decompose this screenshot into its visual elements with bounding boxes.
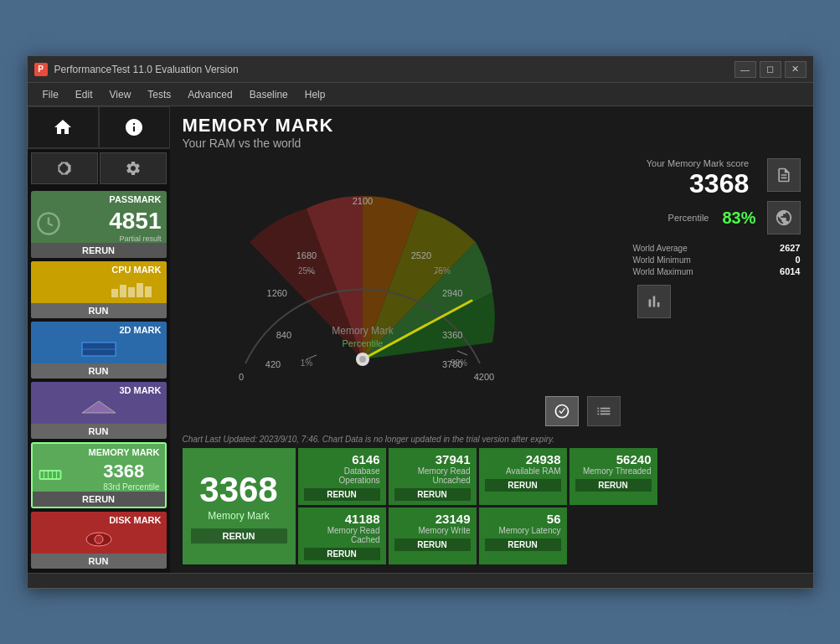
globe-icon — [775, 209, 793, 227]
svg-text:840: 840 — [276, 330, 291, 340]
passmark-card[interactable]: PASSMARK 4851 Partial result RERUN — [31, 191, 167, 258]
svg-rect-2 — [120, 285, 126, 297]
svg-text:2520: 2520 — [410, 250, 430, 260]
threed-card[interactable]: 3D MARK RUN — [31, 382, 167, 439]
disk-card[interactable]: DISK MARK RUN — [31, 512, 167, 569]
export-button[interactable] — [767, 158, 801, 192]
minimize-button[interactable]: — — [734, 61, 756, 78]
svg-marker-8 — [82, 401, 116, 413]
metric-card-4[interactable]: 41188 Memory Read Cached RERUN — [298, 507, 386, 564]
menu-tests[interactable]: Tests — [139, 85, 179, 104]
memory-main-rerun-button[interactable]: RERUN — [191, 528, 287, 544]
close-button[interactable]: ✕ — [785, 61, 807, 78]
memory-card[interactable]: MEMORY MARK 3368 83rd Percentile — [31, 442, 167, 508]
svg-text:3360: 3360 — [442, 330, 462, 340]
svg-text:2100: 2100 — [352, 196, 372, 206]
twod-card[interactable]: 2D MARK RUN — [31, 322, 167, 379]
sidebar-icon-btn-1[interactable] — [31, 152, 98, 184]
sidebar-icon-btn-2[interactable] — [100, 152, 167, 184]
svg-text:Memory Mark: Memory Mark — [332, 325, 394, 337]
score-label: Your Memory Mark score — [647, 158, 749, 168]
memory-main-label: Memory Mark — [208, 510, 269, 522]
home-icon — [53, 117, 73, 137]
passmark-label: PASSMARK — [31, 191, 167, 208]
world-avg-value: 2627 — [780, 243, 800, 253]
memory-main-value: 3368 — [199, 470, 277, 510]
world-avg-row: World Average 2627 — [633, 243, 801, 253]
svg-text:0: 0 — [238, 372, 243, 382]
histogram-icon — [645, 292, 663, 311]
gauge-view-button[interactable] — [545, 396, 579, 426]
metric-rerun-4[interactable]: RERUN — [304, 548, 380, 560]
twod-run-button[interactable]: RUN — [31, 363, 167, 379]
memory-value: 3368 — [103, 461, 159, 482]
metric-rerun-6[interactable]: RERUN — [485, 538, 561, 551]
metric-card-0[interactable]: 6146 Database Operations RERUN — [298, 448, 386, 505]
menu-baseline[interactable]: Baseline — [241, 85, 296, 104]
menu-file[interactable]: File — [34, 85, 67, 104]
chart-type-button[interactable] — [637, 285, 671, 318]
metric-name-4: Memory Read Cached — [304, 526, 380, 544]
world-button[interactable] — [767, 201, 801, 234]
memory-rerun-button[interactable]: RERUN — [33, 492, 165, 507]
metric-value-4: 41188 — [304, 512, 380, 526]
metric-rerun-2[interactable]: RERUN — [485, 479, 561, 492]
menu-edit[interactable]: Edit — [67, 85, 101, 104]
threed-label: 3D MARK — [31, 382, 167, 399]
metric-name-5: Memory Write — [394, 526, 471, 535]
memory-percentile: 83rd Percentile — [103, 482, 159, 492]
home-nav-button[interactable] — [28, 106, 99, 148]
menu-view[interactable]: View — [101, 85, 140, 104]
metrics-grid: 3368 Memory Mark RERUN 6146 Database Ope… — [183, 448, 801, 564]
export-icon — [776, 167, 792, 183]
disk-run-button[interactable]: RUN — [31, 554, 167, 569]
world-max-label: World Maximum — [633, 267, 693, 276]
svg-text:99%: 99% — [450, 358, 466, 368]
sidebar-nav — [28, 106, 170, 149]
twod-label: 2D MARK — [31, 322, 167, 338]
score-value: 3368 — [647, 170, 749, 197]
svg-rect-9 — [39, 471, 60, 479]
cpu-run-button[interactable]: RUN — [31, 303, 167, 318]
status-bar — [28, 573, 813, 588]
svg-text:Percentile: Percentile — [342, 338, 383, 348]
gauge-icon-row — [183, 396, 621, 426]
disk-icon — [82, 531, 116, 551]
twod-icon — [78, 341, 120, 361]
menu-advanced[interactable]: Advanced — [179, 85, 240, 104]
metric-card-2[interactable]: 24938 Available RAM RERUN — [479, 448, 567, 505]
metric-rerun-3[interactable]: RERUN — [575, 479, 652, 492]
metric-value-5: 23149 — [394, 512, 471, 526]
threed-run-button[interactable]: RUN — [31, 424, 167, 439]
passmark-rerun-button[interactable]: RERUN — [31, 243, 167, 258]
metric-value-0: 6146 — [304, 452, 380, 466]
svg-rect-4 — [137, 283, 143, 297]
world-min-row: World Minimum 0 — [633, 255, 801, 265]
chart-note: Chart Last Updated: 2023/9/10, 7:46. Cha… — [183, 435, 801, 444]
chart-view-button[interactable] — [587, 396, 621, 426]
menu-help[interactable]: Help — [296, 85, 334, 104]
metric-rerun-1[interactable]: RERUN — [394, 488, 471, 501]
svg-rect-1 — [111, 289, 118, 297]
title-bar: P PerformanceTest 11.0 Evaluation Versio… — [28, 56, 813, 83]
metric-name-6: Memory Latency — [485, 526, 561, 535]
gauge-area: 0 420 840 1260 1680 2100 2520 — [183, 158, 621, 430]
svg-text:1260: 1260 — [266, 288, 286, 298]
metric-card-1[interactable]: 37941 Memory Read Uncached RERUN — [389, 448, 477, 505]
info-nav-button[interactable] — [99, 106, 170, 148]
menu-bar: File Edit View Tests Advanced Baseline H… — [28, 83, 813, 106]
main-content: 0 420 840 1260 1680 2100 2520 — [183, 158, 801, 430]
svg-line-39 — [457, 351, 467, 355]
metric-card-6[interactable]: 56 Memory Latency RERUN — [479, 507, 567, 564]
main-title: MEMORY MARK — [183, 115, 801, 137]
maximize-button[interactable]: ◻ — [760, 61, 781, 78]
metric-card-5[interactable]: 23149 Memory Write RERUN — [389, 507, 477, 564]
svg-text:1%: 1% — [300, 358, 312, 368]
memory-main-card[interactable]: 3368 Memory Mark RERUN — [183, 448, 296, 564]
cpu-card[interactable]: CPU MARK RUN — [31, 261, 167, 318]
metric-rerun-5[interactable]: RERUN — [394, 538, 471, 551]
svg-point-15 — [95, 535, 103, 544]
metric-rerun-0[interactable]: RERUN — [304, 488, 380, 501]
metric-card-3[interactable]: 56240 Memory Threaded RERUN — [569, 448, 657, 505]
cpu-mini-icon — [56, 160, 73, 177]
